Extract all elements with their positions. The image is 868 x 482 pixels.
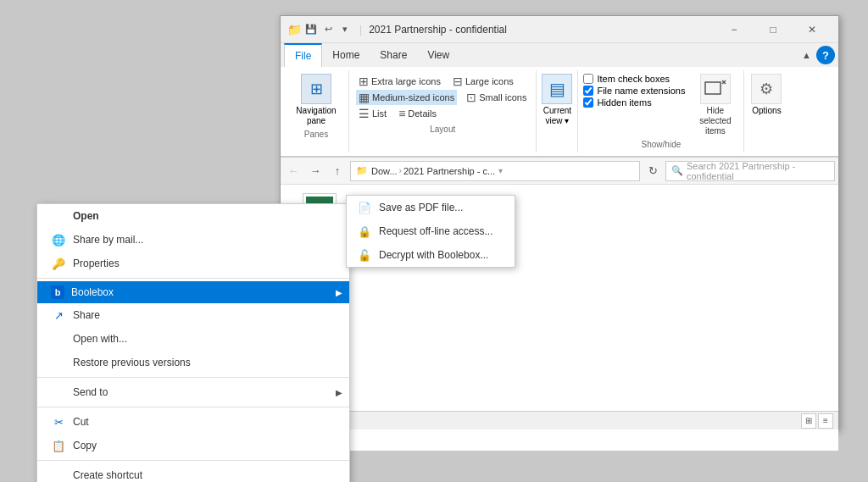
ctx-copy-label: Copy <box>73 440 97 452</box>
ctx-restore[interactable]: Restore previous versions <box>37 351 349 374</box>
ctx-sep-3 <box>37 407 349 407</box>
showhide-group: Item check boxes File name extensions Hi… <box>578 70 744 152</box>
maximize-button[interactable]: □ <box>754 16 793 43</box>
hidden-items-row: Hidden items <box>583 97 685 108</box>
current-view-label: Currentview ▾ <box>543 106 571 126</box>
navigation-pane-label: Navigation pane <box>291 106 342 126</box>
ctx-boolebox[interactable]: b Boolebox ▶ <box>37 281 349 303</box>
search-placeholder: Search 2021 Partnership - confidential <box>687 161 829 181</box>
ctx-share-mail-icon: 🌐 <box>51 232 66 247</box>
file-extensions-row: File name extensions <box>583 86 685 96</box>
addr-sep-1: › <box>399 166 402 175</box>
ctx-cut[interactable]: ✂ Cut <box>37 410 349 434</box>
ctx-open-with-icon <box>51 331 66 346</box>
layout-large[interactable]: ⊟ Large icons <box>450 74 516 89</box>
sub-pdf-icon: 📄 <box>357 200 372 215</box>
navigation-pane-button[interactable]: ⊞ Navigation pane <box>291 74 342 126</box>
list-label: List <box>372 108 387 119</box>
navigation-pane-icon: ⊞ <box>301 74 331 104</box>
minimize-button[interactable]: − <box>715 16 754 43</box>
forward-button[interactable]: → <box>306 162 325 180</box>
item-checkboxes-input[interactable] <box>583 74 593 84</box>
ctx-share-by-mail[interactable]: 🌐 Share by mail... <box>37 228 349 252</box>
file-extensions-input[interactable] <box>583 86 593 96</box>
current-view-button[interactable]: ▤ Currentview ▾ <box>542 74 572 126</box>
search-bar[interactable]: 🔍 Search 2021 Partnership - confidential <box>665 161 835 181</box>
ctx-send-label: Send to <box>73 386 108 398</box>
folder-icon: 📁 <box>287 23 302 36</box>
showhide-top: Item check boxes File name extensions Hi… <box>583 74 738 136</box>
up-button[interactable]: ↑ <box>328 162 347 180</box>
ctx-props1-icon: 🔑 <box>51 256 66 271</box>
layout-medium[interactable]: ▦ Medium-sized icons <box>356 90 457 105</box>
ctx-sep-2 <box>37 377 349 378</box>
item-checkboxes-label: Item check boxes <box>597 74 670 84</box>
ctx-share[interactable]: ↗ Share <box>37 303 349 327</box>
ctx-properties-1[interactable]: 🔑 Properties <box>37 252 349 275</box>
hide-selected-button[interactable]: Hide selected items <box>692 74 738 136</box>
ctx-open-icon <box>51 208 66 224</box>
sub-save-pdf[interactable]: 📄 Save as PDF file... <box>347 196 515 219</box>
tab-file[interactable]: File <box>284 43 322 67</box>
ctx-open-with[interactable]: Open with... <box>37 327 349 351</box>
layout-label: Layout <box>356 125 529 134</box>
addr-chevron: ▾ <box>498 166 503 175</box>
ctx-open[interactable]: Open <box>37 204 349 228</box>
qa-undo-btn[interactable]: ↩ <box>320 22 336 37</box>
submenu: 📄 Save as PDF file... 🔒 Request off-line… <box>346 195 515 268</box>
addr-part-2: 2021 Partnership - c... <box>403 166 495 176</box>
ctx-restore-label: Restore previous versions <box>73 357 191 368</box>
ribbon-tabs: File Home Share View ▲ ? <box>281 43 838 67</box>
layout-group: ⊞ Extra large icons ⊟ Large icons ▦ Medi… <box>349 70 537 152</box>
window-controls: − □ ✕ <box>715 16 832 43</box>
layout-list[interactable]: ☰ List <box>356 106 389 121</box>
layout-row-3: ☰ List ≡ Details <box>356 106 529 121</box>
refresh-button[interactable]: ↻ <box>643 162 662 180</box>
ctx-send-to[interactable]: Send to ▶ <box>37 380 349 404</box>
ctx-boolebox-arrow: ▶ <box>336 288 342 297</box>
ctx-copy[interactable]: 📋 Copy <box>37 434 349 457</box>
ctx-share-icon: ↗ <box>51 307 66 323</box>
qa-save-btn[interactable]: 💾 <box>303 22 319 37</box>
ctx-open-with-label: Open with... <box>73 333 127 345</box>
view-toggle-grid[interactable]: ⊞ <box>801 413 816 429</box>
sub-offline-label: Request off-line access... <box>379 225 493 237</box>
tab-share[interactable]: Share <box>370 43 417 67</box>
ctx-create-shortcut[interactable]: Create shortcut <box>37 463 349 482</box>
options-button[interactable]: ⚙ Options <box>751 74 782 115</box>
tab-home[interactable]: Home <box>322 43 370 67</box>
ctx-sep-1 <box>37 278 349 279</box>
svg-rect-0 <box>705 82 721 94</box>
details-label: Details <box>408 108 437 119</box>
address-bar[interactable]: 📁 Dow... › 2021 Partnership - c... ▾ <box>350 161 640 181</box>
layout-details[interactable]: ≡ Details <box>396 106 439 121</box>
layout-extra-large[interactable]: ⊞ Extra large icons <box>356 74 443 89</box>
options-icon: ⚙ <box>751 74 782 104</box>
ribbon: File Home Share View ▲ ? ⊞ Navigation pa… <box>281 43 838 158</box>
options-label: Options <box>752 106 781 115</box>
layout-small[interactable]: ⊡ Small icons <box>464 90 529 105</box>
ctx-open-label: Open <box>73 210 99 222</box>
ribbon-collapse-btn[interactable]: ▲ <box>797 50 816 60</box>
medium-icon: ▦ <box>359 91 370 104</box>
sub-decrypt[interactable]: 🔓 Decrypt with Boolebox... <box>347 243 515 267</box>
hidden-items-input[interactable] <box>583 97 593 108</box>
qa-down-btn[interactable]: ▾ <box>337 22 353 37</box>
ctx-share-mail-label: Share by mail... <box>73 234 143 246</box>
ctx-send-arrow: ▶ <box>336 388 342 397</box>
title-bar: 📁 💾 ↩ ▾ | 2021 Partnership - confidentia… <box>281 16 838 43</box>
help-button[interactable]: ? <box>816 46 835 64</box>
view-toggle-list[interactable]: ≡ <box>818 413 833 429</box>
sub-offline-icon: 🔒 <box>357 224 372 239</box>
tab-view[interactable]: View <box>417 43 459 67</box>
ctx-share-label: Share <box>73 309 100 321</box>
back-button[interactable]: ← <box>284 162 303 180</box>
details-icon: ≡ <box>398 107 405 120</box>
view-toggle: ⊞ ≡ <box>801 413 833 429</box>
close-button[interactable]: ✕ <box>793 16 832 43</box>
showhide-checkboxes: Item check boxes File name extensions Hi… <box>583 74 685 108</box>
sub-request-offline[interactable]: 🔒 Request off-line access... <box>347 219 515 243</box>
ribbon-content: ⊞ Navigation pane Panes ⊞ Extra large ic… <box>281 67 838 157</box>
current-view-icon: ▤ <box>542 74 572 104</box>
quick-access-toolbar: 📁 💾 ↩ ▾ <box>287 22 353 37</box>
